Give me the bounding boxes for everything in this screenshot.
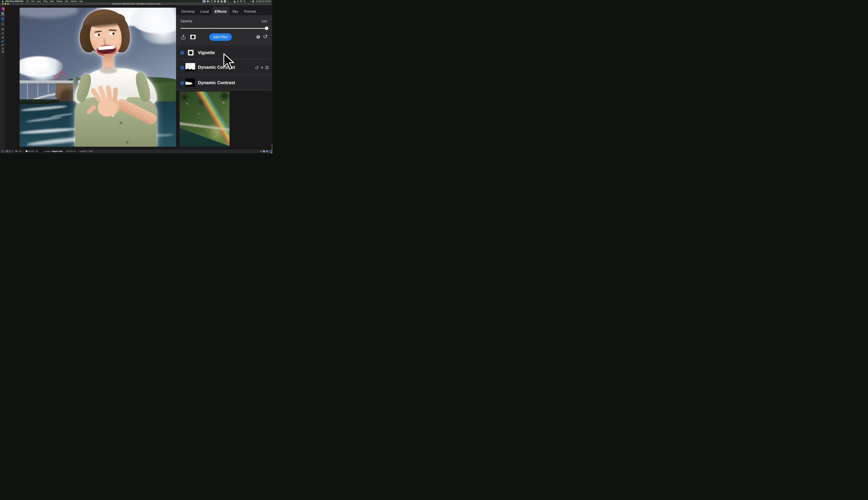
panel-settings-gear-icon[interactable]	[256, 35, 260, 39]
panel-reset-icon[interactable]: ↺	[263, 34, 268, 39]
blur-mask-tool-icon[interactable]	[0, 47, 5, 50]
zoom-slider[interactable]	[25, 151, 35, 151]
screen-mirroring-icon[interactable]	[203, 0, 206, 2]
location-label[interactable]: Location	[44, 150, 51, 152]
current-filename[interactable]: _DSC4866.nef	[65, 150, 76, 152]
focus-moon-icon[interactable]	[234, 0, 236, 2]
screen: ON1 Photo RAW 2024 File Edit Layer Photo…	[0, 0, 272, 153]
menu-help[interactable]: Help	[79, 0, 83, 2]
notification-dot	[250, 1, 251, 2]
dynamic-contrast-mask-thumbnail[interactable]	[185, 79, 195, 87]
filter-divider	[176, 75, 272, 75]
menu-window[interactable]: Window	[71, 0, 77, 2]
screen-record-camera-icon[interactable]	[207, 0, 209, 2]
wifi-icon[interactable]	[240, 0, 242, 2]
close-window-button[interactable]	[2, 3, 4, 5]
spotlight-search-icon[interactable]	[243, 0, 245, 2]
bluetooth-icon[interactable]	[237, 0, 239, 2]
zoom-control-group: Fit 200 80	[14, 150, 42, 152]
menu-layer[interactable]: Layer	[36, 0, 41, 2]
crop-tool-icon[interactable]	[0, 28, 5, 31]
undo-edit-button[interactable]: ↺	[260, 150, 262, 152]
ai-quick-mask-tool-icon[interactable]	[0, 36, 5, 38]
menu-edit[interactable]: Edit	[31, 0, 34, 2]
photo-canvas[interactable]	[20, 8, 176, 147]
browse-module-icon[interactable]	[1, 12, 4, 14]
zoom-fit-button[interactable]: Fit	[15, 150, 18, 152]
album-name[interactable]: Niagara Falls	[52, 150, 63, 152]
keyboard-input-flag-icon[interactable]	[230, 1, 233, 2]
tab-sky[interactable]: Sky	[232, 9, 238, 13]
selection-status: 1 Selected - 1 Total	[78, 150, 92, 152]
grid-view-icon[interactable]	[6, 150, 8, 152]
tab-effects[interactable]: Effects	[215, 9, 227, 13]
compare-view-icon[interactable]	[1, 150, 4, 152]
opacity-value[interactable]: 100	[250, 20, 267, 23]
refine-mask-tool-icon[interactable]	[0, 44, 5, 46]
more-module-label[interactable]: More	[0, 24, 5, 25]
dark-orb-app-icon[interactable]	[227, 0, 229, 2]
deploy-triangle-app-icon[interactable]	[224, 0, 226, 2]
menu-bar-clock[interactable]: Sat Apr 20 9:32 AM	[256, 0, 271, 2]
more-module-icon[interactable]	[1, 22, 4, 24]
opacity-slider-track[interactable]	[181, 28, 269, 29]
panel-toggle-icon[interactable]	[269, 150, 272, 152]
menu-bar-status-area: Sat Apr 20 9:32 AM	[203, 0, 271, 3]
add-filter-button[interactable]: Add Filter	[209, 33, 232, 41]
minimize-window-button[interactable]	[5, 3, 6, 5]
move-tool-icon[interactable]	[0, 32, 5, 35]
vignette-filter-thumbnail[interactable]	[188, 50, 194, 56]
detail-view-icon[interactable]	[9, 150, 11, 152]
graphite-sphere-icon[interactable]	[214, 0, 216, 2]
brush-tool-icon[interactable]	[0, 40, 5, 43]
on1-logo	[1, 7, 4, 11]
menu-photo[interactable]: Photo	[43, 0, 48, 2]
edit-module-label[interactable]: Edit	[0, 20, 5, 21]
mask-preview-icon[interactable]	[190, 35, 196, 39]
sync-diamond-red-dot-icon[interactable]	[220, 0, 222, 2]
album-chevron-icon[interactable]	[63, 150, 64, 151]
filmstrip-breadcrumb-group: ‹ Location Niagara Falls _DSC4866.nef 1 …	[41, 150, 82, 152]
filter-name[interactable]: Dynamic Contrast	[198, 80, 235, 85]
tab-local[interactable]: Local	[200, 9, 209, 13]
filter-menu-icon[interactable]	[265, 66, 269, 69]
filter-enable-radio[interactable]	[180, 81, 184, 85]
zoom-preset-chevron-icon[interactable]	[22, 150, 24, 152]
filter-delete-icon[interactable]: ×	[261, 65, 264, 70]
filter-enable-radio[interactable]	[180, 66, 184, 69]
tab-develop[interactable]: Develop	[181, 9, 195, 13]
siri-icon[interactable]	[252, 0, 254, 2]
apply-edits-button[interactable]: ✓	[266, 150, 268, 152]
zoom-pan-tool-icon[interactable]	[0, 50, 5, 53]
neckline-shadow	[100, 67, 117, 73]
cancel-edits-button[interactable]: ×	[263, 150, 265, 152]
rainbow-landscape-photo[interactable]	[180, 91, 229, 147]
import-preset-icon[interactable]	[181, 34, 185, 39]
filter-enable-radio[interactable]	[180, 51, 184, 55]
shoreline-rocks	[20, 99, 59, 104]
edit-module-icon[interactable]	[1, 18, 4, 20]
menu-view[interactable]: View	[65, 0, 69, 2]
zoom-window-button[interactable]	[7, 3, 9, 5]
dynamic-contrast-mask-thumbnail[interactable]	[185, 63, 195, 71]
mouse-cursor	[223, 53, 235, 71]
filter-name[interactable]: Vignette	[198, 50, 215, 55]
filter-reset-icon[interactable]: ↺	[255, 66, 259, 70]
tab-portrait[interactable]: Portrait	[244, 9, 256, 13]
opacity-slider-handle[interactable]	[265, 26, 269, 30]
dropbox-icon[interactable]	[217, 0, 219, 2]
apple-menu-icon[interactable]	[2, 0, 4, 2]
creative-cloud-icon[interactable]	[210, 0, 213, 2]
zoom-preset-button[interactable]: 200	[19, 150, 22, 152]
control-center-icon[interactable]	[247, 0, 249, 2]
menu-file[interactable]: File	[26, 0, 29, 2]
back-chevron-icon[interactable]: ‹	[43, 150, 44, 152]
browse-module-label[interactable]: Browse	[0, 15, 5, 16]
macos-menu-bar: ON1 Photo RAW 2024 File Edit Layer Photo…	[0, 0, 272, 3]
menu-app-name[interactable]: ON1 Photo RAW 2024	[5, 0, 23, 2]
woman-figure	[68, 9, 176, 147]
opacity-label: Opacity	[181, 19, 192, 23]
menu-settings[interactable]: Settings	[56, 0, 62, 2]
menu-mask[interactable]: Mask	[50, 0, 54, 2]
dress-button	[119, 122, 122, 124]
